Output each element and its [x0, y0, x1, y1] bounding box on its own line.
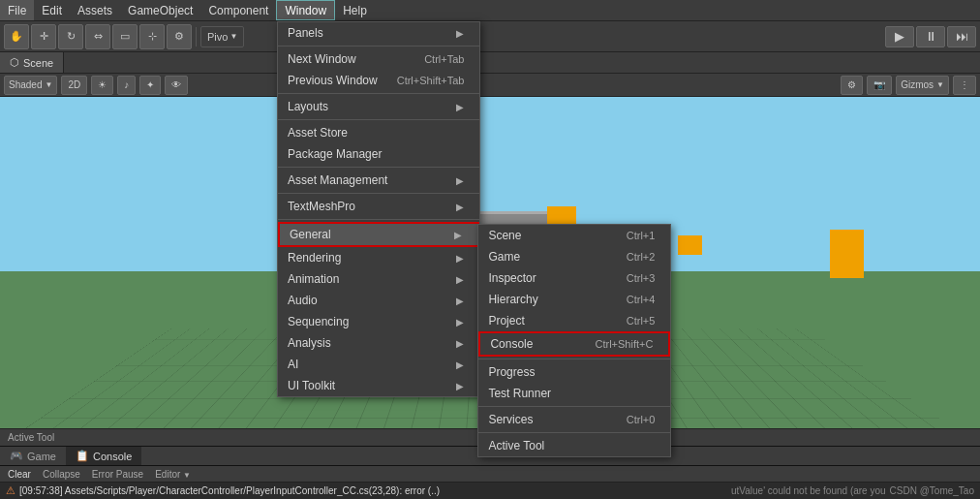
menu-component[interactable]: Component	[200, 0, 276, 20]
layouts-arrow-icon: ▶	[456, 102, 464, 112]
menu-rendering[interactable]: Rendering ▶	[278, 247, 479, 268]
menu-panels[interactable]: Panels ▶	[278, 22, 479, 44]
menu-sep5	[278, 193, 479, 194]
camera-icon[interactable]: 📷	[867, 76, 892, 95]
submenu-scene[interactable]: Scene Ctrl+1	[478, 225, 670, 246]
gizmos-dropdown[interactable]: Gizmos ▼	[896, 76, 949, 95]
submenu-test-runner[interactable]: Test Runner	[478, 383, 670, 404]
gizmos-dropdown-icon: ▼	[936, 80, 944, 89]
menu-prev-window[interactable]: Previous Window Ctrl+Shift+Tab	[278, 70, 479, 91]
analysis-arrow-icon: ▶	[456, 338, 464, 349]
editor-dropdown-btn[interactable]: Editor ▼	[151, 466, 195, 482]
menu-layouts[interactable]: Layouts ▶	[278, 96, 479, 117]
menu-sep3	[278, 119, 479, 120]
scene-toolbar-right: ⚙ 📷 Gizmos ▼ ⋮	[841, 76, 976, 95]
window-menu: Panels ▶ Next Window Ctrl+Tab Previous W…	[277, 21, 480, 397]
menu-package-manager[interactable]: Package Manager	[278, 143, 479, 165]
active-tool-label: Active Tool	[8, 432, 54, 443]
game-tab-icon: 🎮	[10, 450, 23, 462]
pivot-btn[interactable]: Pivo ▼	[200, 26, 244, 47]
fx-btn[interactable]: ✦	[139, 76, 161, 95]
tab-game[interactable]: 🎮 Game	[0, 447, 66, 465]
play-controls: ▶ ⏸ ⏭	[885, 26, 976, 47]
submenu-sep3	[478, 432, 670, 433]
audio-arrow-icon: ▶	[456, 296, 464, 306]
animation-arrow-icon: ▶	[456, 274, 464, 285]
submenu-sep1	[478, 359, 670, 359]
csdn-watermark: CSDN @Tome_Tao	[890, 485, 974, 496]
console-tab-icon: 📋	[76, 450, 89, 462]
collapse-btn[interactable]: Collapse	[39, 466, 84, 482]
rect-tool-btn[interactable]: ▭	[112, 24, 138, 49]
menu-ai[interactable]: AI ▶	[278, 354, 479, 375]
submenu-project[interactable]: Project Ctrl+5	[478, 310, 670, 331]
submenu-game[interactable]: Game Ctrl+2	[478, 246, 670, 267]
yellow-accent1	[547, 206, 576, 226]
menu-ui-toolkit[interactable]: UI Toolkit ▶	[278, 375, 479, 396]
menu-window[interactable]: Window	[276, 0, 335, 20]
error-pause-btn[interactable]: Error Pause	[88, 466, 147, 482]
menu-file[interactable]: File	[0, 0, 34, 20]
menu-help[interactable]: Help	[335, 0, 375, 20]
menu-asset-store[interactable]: Asset Store	[278, 122, 479, 143]
toolbar: ✋ ✛ ↻ ⇔ ▭ ⊹ ⚙ Pivo ▼ ▶ ⏸ ⏭	[0, 21, 980, 52]
scale-tool-btn[interactable]: ⇔	[85, 24, 110, 49]
rotate-tool-btn[interactable]: ↻	[58, 24, 83, 49]
menu-audio[interactable]: Audio ▶	[278, 290, 479, 311]
2d-btn[interactable]: 2D	[61, 76, 87, 95]
menu-asset-management[interactable]: Asset Management ▶	[278, 170, 479, 191]
menu-textmeshpro[interactable]: TextMeshPro ▶	[278, 196, 479, 217]
menu-sep1	[278, 46, 479, 47]
window-dropdown: Panels ▶ Next Window Ctrl+Tab Previous W…	[277, 21, 480, 397]
menu-assets[interactable]: Assets	[70, 0, 120, 20]
menu-edit[interactable]: Edit	[34, 0, 70, 20]
menubar: File Edit Assets GameObject Component Wi…	[0, 0, 980, 21]
scene-tabs: ⬡ Scene	[0, 52, 980, 74]
general-arrow-icon: ▶	[454, 230, 462, 240]
menu-sep4	[278, 167, 479, 168]
console-message-row: ⚠ [09:57:38] Assets/Scripts/Player/Chara…	[0, 483, 980, 499]
submenu-progress[interactable]: Progress	[478, 361, 670, 383]
step-btn[interactable]: ⏭	[947, 26, 976, 47]
pause-btn[interactable]: ⏸	[916, 26, 945, 47]
transform-tool-btn[interactable]: ⊹	[139, 24, 165, 49]
toolbar-sep1	[196, 27, 197, 47]
textmeshpro-arrow-icon: ▶	[456, 202, 464, 212]
light-btn[interactable]: ☀	[91, 76, 113, 95]
tab-console[interactable]: 📋 Console	[66, 447, 141, 465]
more-options-btn[interactable]: ⋮	[953, 76, 976, 95]
tab-scene[interactable]: ⬡ Scene	[0, 52, 64, 73]
submenu-services[interactable]: Services Ctrl+0	[478, 409, 670, 430]
submenu-sep2	[478, 406, 670, 407]
panels-arrow-icon: ▶	[456, 28, 464, 39]
menu-analysis[interactable]: Analysis ▶	[278, 332, 479, 354]
scene-toolbar: Shaded ▼ 2D ☀ ♪ ✦ 👁 ⚙ 📷 Gizmos ▼ ⋮	[0, 74, 980, 97]
clear-btn[interactable]: Clear	[4, 466, 35, 482]
settings-icon[interactable]: ⚙	[841, 76, 863, 95]
general-submenu: Scene Ctrl+1 Game Ctrl+2 Inspector Ctrl+…	[477, 224, 671, 457]
ui-toolkit-arrow-icon: ▶	[456, 381, 464, 391]
move-tool-btn[interactable]: ✛	[31, 24, 56, 49]
custom-tool-btn[interactable]: ⚙	[167, 24, 192, 49]
ai-arrow-icon: ▶	[456, 359, 464, 370]
asset-management-arrow-icon: ▶	[456, 175, 464, 186]
hidden-btn[interactable]: 👁	[165, 76, 188, 95]
submenu-active-tool[interactable]: Active Tool	[478, 435, 670, 456]
menu-gameobject[interactable]: GameObject	[120, 0, 200, 20]
submenu-console[interactable]: Console Ctrl+Shift+C	[478, 331, 670, 357]
submenu-inspector[interactable]: Inspector Ctrl+3	[478, 267, 670, 289]
hand-tool-btn[interactable]: ✋	[4, 24, 29, 49]
console-toolbar: Clear Collapse Error Pause Editor ▼	[0, 465, 980, 483]
submenu-hierarchy[interactable]: Hierarchy Ctrl+4	[478, 289, 670, 310]
menu-general[interactable]: General ▶ Scene Ctrl+1 Game Ctrl+2 Inspe…	[278, 222, 479, 247]
audio-btn[interactable]: ♪	[117, 76, 136, 95]
shaded-dropdown[interactable]: Shaded ▼	[4, 76, 57, 95]
menu-next-window[interactable]: Next Window Ctrl+Tab	[278, 48, 479, 70]
rendering-arrow-icon: ▶	[456, 253, 464, 264]
play-btn[interactable]: ▶	[885, 26, 914, 47]
right-accent-box	[830, 230, 864, 278]
menu-animation[interactable]: Animation ▶	[278, 268, 479, 290]
menu-sep6	[278, 219, 479, 220]
menu-sequencing[interactable]: Sequencing ▶	[278, 311, 479, 332]
scene-icon: ⬡	[10, 56, 19, 69]
